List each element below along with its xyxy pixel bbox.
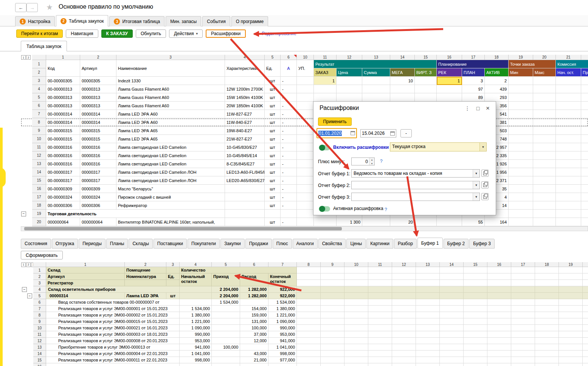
cell-empty[interactable] xyxy=(392,312,416,318)
cell-empty[interactable] xyxy=(583,312,588,318)
cell-cena[interactable] xyxy=(337,93,362,102)
cell-empty[interactable] xyxy=(535,312,559,318)
collapsed-left-panel-strip[interactable] xyxy=(0,128,3,366)
cell-empty[interactable] xyxy=(535,331,559,338)
cell-virt[interactable] xyxy=(415,77,437,85)
column-number[interactable]: 1 xyxy=(46,55,80,60)
cell-artikul[interactable]: 00000314 xyxy=(46,293,125,299)
cell-artikul[interactable]: 00000316 xyxy=(80,143,116,151)
cell-nach[interactable] xyxy=(556,218,581,226)
cell-empty[interactable] xyxy=(392,306,416,312)
cell-empty[interactable] xyxy=(321,331,344,338)
cell-name[interactable]: Лампа светодиодная LED Camelion ЛОН xyxy=(116,168,225,176)
cell-kod[interactable]: 00-00000306 xyxy=(46,201,80,210)
cell-min[interactable] xyxy=(509,185,533,193)
cell-rek[interactable] xyxy=(437,218,462,226)
cell-empty[interactable] xyxy=(487,357,511,363)
row-number[interactable]: 16 xyxy=(32,185,46,193)
cell-kod[interactable]: 00-00000314 xyxy=(46,110,80,118)
cell-ed[interactable]: шт xyxy=(265,85,281,93)
bottom-tab-16[interactable]: Буфер 1 xyxy=(417,238,443,249)
cell-empty[interactable] xyxy=(535,357,559,363)
header-zakaz[interactable]: ЗАКАЗ xyxy=(314,68,337,77)
cell-pri[interactable] xyxy=(581,127,588,135)
cell-aktiv[interactable]: 439 xyxy=(485,85,509,93)
cell-empty[interactable] xyxy=(440,344,464,351)
cell-up[interactable] xyxy=(297,201,314,210)
cell-name[interactable]: Лампа LED ЭРА A65 xyxy=(116,135,225,143)
header-plan[interactable]: ПЛАН xyxy=(462,68,485,77)
cell-charact[interactable]: LED20-A65/830/E27 xyxy=(225,176,265,185)
column-number[interactable]: 19 xyxy=(559,262,583,267)
cell-a[interactable]: - xyxy=(281,77,297,85)
cell-min[interactable] xyxy=(509,151,533,160)
cell-empty[interactable] xyxy=(416,331,440,338)
column-number[interactable]: 17 xyxy=(511,262,535,267)
calendar-icon[interactable] xyxy=(351,131,355,135)
bottom-tab-14[interactable]: Картинки xyxy=(366,239,393,249)
cell-kon[interactable]: 922,000 xyxy=(268,293,297,299)
cell-a[interactable]: - xyxy=(281,127,297,135)
header-nach[interactable]: Начальный остаток xyxy=(180,273,212,286)
cell-kod[interactable]: 00-00000313 xyxy=(46,102,80,110)
cell-kod[interactable]: 00-00000324 xyxy=(46,193,80,201)
cell-charact[interactable]: 10-G45/845/E14 xyxy=(225,151,265,160)
cell-empty[interactable] xyxy=(511,318,535,325)
cell-empty[interactable] xyxy=(583,338,588,344)
cell-kod[interactable]: 00-00000305 xyxy=(46,77,80,85)
header-rek[interactable]: РЕК xyxy=(437,68,462,77)
cell-nomenklatura[interactable]: Лампа LED ЭРА xyxy=(125,293,166,299)
column-number[interactable] xyxy=(581,55,588,60)
cell-empty[interactable] xyxy=(344,363,368,366)
cell-empty[interactable] xyxy=(321,286,344,293)
cell-empty[interactable] xyxy=(321,318,344,325)
row-number[interactable]: 9 xyxy=(33,318,46,325)
bottom-tab-3[interactable]: Периоды xyxy=(79,239,105,249)
cell-empty[interactable] xyxy=(321,312,344,318)
header[interactable]: Номенклатура xyxy=(125,273,166,280)
cell-ed[interactable]: шт xyxy=(265,110,281,118)
cell-charact[interactable] xyxy=(225,201,265,210)
cell-empty[interactable] xyxy=(297,344,321,351)
cell-ed[interactable]: шт xyxy=(166,293,180,299)
back-button[interactable]: ← xyxy=(15,3,26,12)
cell-kod[interactable]: 000000064 xyxy=(46,218,80,226)
cell-empty[interactable] xyxy=(464,306,487,312)
cell-a[interactable]: - xyxy=(281,135,297,143)
cell-pri[interactable] xyxy=(581,93,588,102)
cell-ed[interactable]: шт xyxy=(265,176,281,185)
column-number[interactable]: 3 xyxy=(166,262,180,267)
cell-empty[interactable] xyxy=(416,318,440,325)
cell-empty[interactable] xyxy=(344,331,368,338)
header-artikul[interactable]: Артикул xyxy=(80,60,116,77)
cell-empty[interactable] xyxy=(464,299,487,306)
header-summa[interactable]: Сумма xyxy=(362,68,390,77)
cell-charact[interactable] xyxy=(225,77,265,85)
cell-plan[interactable]: 3 xyxy=(462,77,485,85)
cell-rashod[interactable]: 154,000 xyxy=(240,306,268,312)
cell-up[interactable] xyxy=(297,118,314,127)
column-number[interactable]: 5 xyxy=(265,55,281,60)
header-min[interactable]: Мин xyxy=(509,68,533,77)
cell-registrator[interactable]: Реализация товаров и услуг ЭМ00-000002 о… xyxy=(46,312,180,318)
cell-charact[interactable] xyxy=(225,218,265,226)
cell-registrator[interactable] xyxy=(46,363,180,366)
cell-artikul[interactable]: 00000317 xyxy=(80,176,116,185)
cell-min[interactable] xyxy=(509,118,533,127)
cell-name[interactable]: Вентилятор BINATONE ALPINE 160вт, наполь… xyxy=(116,218,225,226)
cell-maks[interactable] xyxy=(533,102,556,110)
header-ed[interactable]: Ед. xyxy=(265,60,281,77)
cell-min[interactable] xyxy=(509,193,533,201)
column-number[interactable]: 2 xyxy=(80,55,116,60)
cell-nach[interactable] xyxy=(556,193,581,201)
cell-empty[interactable] xyxy=(368,331,392,338)
cell-rek[interactable]: 1 xyxy=(437,77,462,85)
cell-maks[interactable] xyxy=(533,151,556,160)
cell-artikul[interactable]: 00000324 xyxy=(80,193,116,201)
bottom-tab-4[interactable]: Планы xyxy=(106,239,128,249)
column-number[interactable]: 20 xyxy=(583,262,588,267)
cell-ed[interactable]: шт xyxy=(265,218,281,226)
cell-nach[interactable]: 998,000 xyxy=(180,357,212,363)
cell-plan[interactable]: 55 xyxy=(462,218,485,226)
cell-nach[interactable] xyxy=(556,77,581,85)
